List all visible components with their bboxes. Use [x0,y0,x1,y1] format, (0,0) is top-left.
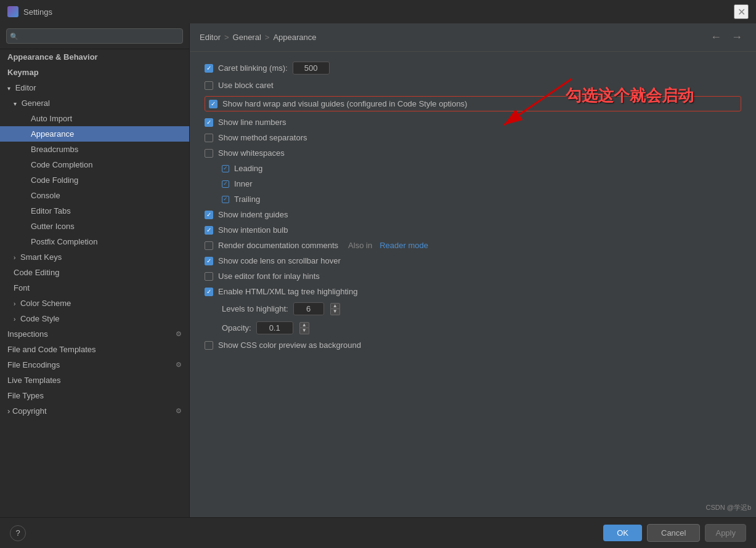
opacity-spinner: ▲ ▼ [299,322,309,334]
close-button[interactable]: ✕ [734,4,749,19]
sidebar-item-postfix-completion[interactable]: Postfix Completion [0,234,189,249]
sidebar-item-code-editing[interactable]: Code Editing [0,265,189,280]
trailing-row: Trailing [205,195,741,204]
enable-html-xml-label: Enable HTML/XML tag tree highlighting [218,287,357,296]
show-code-lens-label: Show code lens on scrollbar hover [218,256,341,265]
show-css-color-row: Show CSS color preview as background [205,340,741,350]
sidebar-item-copyright[interactable]: › Copyright ⚙ [0,403,189,419]
sidebar-item-label: Keymap [7,68,39,77]
show-intention-bulb-checkbox[interactable] [205,226,213,235]
sidebar-item-file-code-templates[interactable]: File and Code Templates [0,342,189,357]
sidebar-item-label: Postfix Completion [31,237,97,246]
opacity-label: Opacity: [222,323,251,332]
leading-row: Leading [205,164,741,173]
sidebar-item-code-folding[interactable]: Code Folding [0,172,189,188]
bottombar: ? OK Cancel Apply [0,517,756,548]
show-whitespaces-label: Show whitespaces [218,148,285,158]
leading-checkbox[interactable] [222,165,229,172]
sidebar-item-console[interactable]: Console [0,188,189,203]
show-hard-wrap-row: Show hard wrap and visual guides (config… [205,96,741,111]
help-button[interactable]: ? [10,525,26,541]
breadcrumb-part2: General [233,33,261,42]
use-editor-font-row: Use editor font for inlay hints [205,272,741,281]
sidebar-item-editor[interactable]: ▾ Editor [0,80,189,95]
sidebar-item-label: Code Completion [31,160,92,169]
sidebar-item-appearance[interactable]: Appearance [0,126,189,142]
sidebar-item-label: File Types [7,391,44,400]
sidebar-item-file-encodings[interactable]: File Encodings ⚙ [0,357,189,373]
sidebar-item-keymap[interactable]: Keymap [0,65,189,80]
caret-blinking-checkbox[interactable] [205,64,213,73]
render-doc-comments-checkbox[interactable] [205,241,213,250]
inner-checkbox[interactable] [222,180,229,188]
sidebar-item-gutter-icons[interactable]: Gutter Icons [0,219,189,234]
opacity-row: Opacity: ▲ ▼ [205,321,741,334]
sidebar-item-label: Gutter Icons [31,222,75,231]
sidebar-item-smart-keys[interactable]: › Smart Keys [0,249,189,265]
sidebar-item-font[interactable]: Font [0,280,189,296]
render-doc-comments-row: Render documentation comments Also in Re… [205,241,741,250]
sidebar-item-editor-tabs[interactable]: Editor Tabs [0,203,189,219]
search-input[interactable] [6,28,183,44]
show-line-numbers-checkbox[interactable] [205,118,213,127]
breadcrumb-part1: Editor [200,33,221,42]
sidebar-item-color-scheme[interactable]: › Color Scheme [0,296,189,311]
arrow-icon: › [14,254,15,261]
sidebar-item-code-style[interactable]: › Code Style [0,311,189,326]
sidebar-item-label: Color Scheme [20,299,71,308]
app-icon [7,6,18,17]
show-method-separators-checkbox[interactable] [205,134,213,142]
topbar: Editor > General > Appearance ← → [190,23,756,52]
use-editor-font-checkbox[interactable] [205,272,213,281]
enable-html-xml-checkbox[interactable] [205,288,213,296]
sidebar-item-label: Editor Tabs [31,206,71,216]
trailing-checkbox[interactable] [222,196,229,203]
reader-mode-link[interactable]: Reader mode [380,241,428,250]
settings-icon: ⚙ [176,330,182,338]
sidebar-item-appearance-behavior[interactable]: Appearance & Behavior [0,49,189,65]
levels-highlight-input[interactable] [293,302,324,315]
caret-blinking-input[interactable] [293,62,330,75]
show-whitespaces-checkbox[interactable] [205,149,213,158]
show-code-lens-checkbox[interactable] [205,257,213,265]
arrow-icon: › [14,316,15,323]
sidebar-item-label: › Copyright [7,406,47,416]
show-indent-guides-label: Show indent guides [218,210,288,219]
opacity-input[interactable] [256,321,293,334]
sidebar-item-auto-import[interactable]: Auto Import [0,111,189,126]
cancel-button[interactable]: Cancel [647,524,700,542]
show-method-separators-row: Show method separators [205,133,741,142]
sidebar-item-general[interactable]: ▾ General [0,95,189,111]
sidebar-item-live-templates[interactable]: Live Templates [0,373,189,388]
search-bar [0,23,189,49]
sidebar-item-label: Smart Keys [20,252,62,262]
sidebar-item-inspections[interactable]: Inspections ⚙ [0,326,189,342]
arrow-icon: › [14,300,15,307]
levels-highlight-row: Levels to highlight: ▲ ▼ [205,302,741,315]
spinner-up[interactable]: ▲ [299,322,309,328]
sidebar-item-label: Live Templates [7,376,60,385]
show-method-separators-label: Show method separators [218,133,307,142]
use-block-caret-row: Use block caret [205,81,741,90]
breadcrumb-part3: Appearance [273,33,316,42]
use-block-caret-checkbox[interactable] [205,81,213,90]
back-button[interactable]: ← [707,30,725,45]
show-hard-wrap-checkbox[interactable] [209,100,217,108]
caret-blinking-label: Caret blinking (ms): [218,63,288,73]
ok-button[interactable]: OK [603,525,642,541]
arrow-icon: ▾ [7,85,10,92]
apply-button[interactable]: Apply [705,524,746,542]
sidebar-item-code-completion[interactable]: Code Completion [0,157,189,172]
spinner-down[interactable]: ▼ [330,309,340,315]
forward-button[interactable]: → [728,30,746,45]
sidebar-item-label: Console [31,191,60,200]
show-whitespaces-row: Show whitespaces [205,148,741,158]
spinner-down[interactable]: ▼ [299,328,309,334]
inner-label: Inner [234,179,253,188]
show-indent-guides-checkbox[interactable] [205,211,213,219]
sidebar-item-breadcrumbs[interactable]: Breadcrumbs [0,142,189,157]
show-css-color-checkbox[interactable] [205,341,213,350]
spinner-up[interactable]: ▲ [330,303,340,309]
sidebar-item-file-types[interactable]: File Types [0,388,189,403]
sidebar-item-label: Editor [15,83,36,92]
